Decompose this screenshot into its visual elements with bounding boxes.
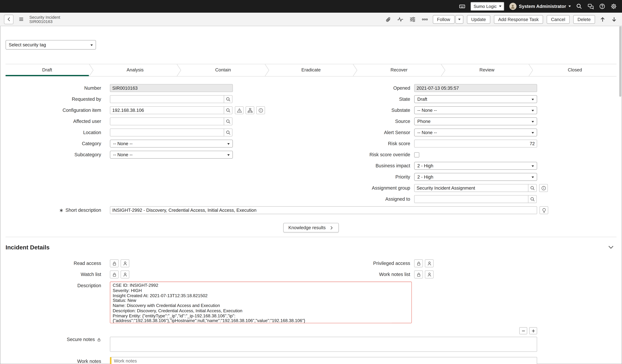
configuration-item-dependency-map-button[interactable] bbox=[246, 106, 254, 114]
assignment-group-preview-button[interactable] bbox=[539, 184, 548, 192]
section-collapse-button[interactable] bbox=[608, 244, 614, 250]
more-options-button[interactable] bbox=[420, 15, 429, 23]
stage-closed[interactable]: Closed bbox=[533, 64, 617, 76]
personalize-form-button[interactable] bbox=[408, 15, 417, 23]
next-record-button[interactable] bbox=[610, 15, 618, 23]
category-label: Category bbox=[5, 141, 101, 146]
business-impact-label: Business impact bbox=[311, 163, 410, 169]
stage-separator-icon bbox=[265, 64, 269, 76]
privileged-access-edit-button[interactable] bbox=[425, 259, 434, 267]
cancel-button[interactable]: Cancel bbox=[547, 15, 570, 23]
read-access-edit-button[interactable] bbox=[121, 259, 129, 267]
number-input[interactable] bbox=[110, 84, 233, 92]
description-textarea[interactable]: CSE ID: INSIGHT-2992 Severity: HIGH Insi… bbox=[110, 282, 412, 323]
location-lookup-button[interactable] bbox=[224, 128, 233, 136]
update-button[interactable]: Update bbox=[467, 15, 490, 23]
section-title: Incident Details bbox=[5, 244, 50, 250]
help-button[interactable] bbox=[599, 3, 605, 10]
substate-select[interactable]: -- None -- bbox=[414, 106, 537, 114]
assignment-group-lookup-button[interactable] bbox=[528, 184, 537, 192]
affected-user-lookup-button[interactable] bbox=[224, 117, 233, 125]
stage-draft[interactable]: Draft bbox=[5, 64, 89, 76]
user-icon bbox=[427, 272, 432, 277]
stage-eradicate[interactable]: Eradicate bbox=[269, 64, 353, 76]
settings-button[interactable] bbox=[610, 3, 617, 10]
watch-list-edit-button[interactable] bbox=[121, 270, 129, 278]
add-response-task-button[interactable]: Add Response Task bbox=[494, 15, 543, 23]
suggestion-button[interactable] bbox=[540, 206, 548, 214]
risk-score-override-checkbox[interactable] bbox=[414, 152, 419, 157]
privileged-access-lock-button[interactable] bbox=[414, 259, 423, 267]
field-row-work-notes-list: Work notes list bbox=[311, 270, 617, 278]
opened-input[interactable] bbox=[414, 84, 537, 92]
read-access-lock-button[interactable] bbox=[110, 259, 119, 267]
follow-options-button[interactable] bbox=[455, 15, 463, 23]
work-notes-list-edit-button[interactable] bbox=[425, 270, 434, 278]
state-select[interactable]: Draft bbox=[414, 95, 537, 103]
keyboard-shortcuts-button[interactable] bbox=[459, 3, 465, 10]
short-description-input[interactable] bbox=[110, 206, 537, 214]
category-select[interactable]: -- None -- bbox=[110, 140, 233, 148]
alert-sensor-select[interactable]: -- None -- bbox=[414, 128, 537, 136]
field-row-short-description: Short description bbox=[5, 206, 617, 214]
user-icon bbox=[122, 272, 128, 277]
stage-analysis[interactable]: Analysis bbox=[94, 64, 177, 76]
priority-select[interactable]: 2 - High bbox=[414, 173, 537, 181]
field-row-number: Number bbox=[5, 84, 311, 92]
attachments-button[interactable] bbox=[384, 15, 392, 23]
business-impact-select[interactable]: 2 - High bbox=[414, 162, 537, 170]
work-notes-list-lock-button[interactable] bbox=[414, 270, 423, 278]
affected-user-label: Affected user bbox=[5, 119, 101, 124]
affected-user-input[interactable] bbox=[110, 117, 224, 125]
requested-by-lookup-button[interactable] bbox=[224, 95, 233, 103]
field-row-risk-score: Risk score bbox=[311, 140, 617, 148]
state-label: State bbox=[311, 96, 410, 102]
configuration-item-lookup-button[interactable] bbox=[224, 106, 233, 114]
substate-value: -- None -- bbox=[417, 108, 437, 113]
application-picker[interactable]: Sumo Logic bbox=[470, 2, 504, 11]
delete-button[interactable]: Delete bbox=[573, 15, 595, 23]
assigned-to-lookup-button[interactable] bbox=[528, 195, 537, 203]
watch-list-lock-button[interactable] bbox=[110, 270, 119, 278]
configuration-item-preview-button[interactable] bbox=[256, 106, 265, 114]
field-row-privileged-access: Privileged access bbox=[311, 259, 617, 267]
security-tag-select[interactable]: Select security tag bbox=[5, 40, 96, 50]
stage-recover[interactable]: Recover bbox=[357, 64, 441, 76]
risk-score-input[interactable] bbox=[414, 140, 537, 148]
keyboard-icon bbox=[459, 3, 465, 10]
configuration-item-input[interactable] bbox=[110, 106, 224, 114]
subcategory-select[interactable]: -- None -- bbox=[110, 151, 233, 159]
warning-triangle-icon bbox=[237, 108, 242, 113]
number-label: Number bbox=[5, 85, 101, 91]
global-search-button[interactable] bbox=[576, 3, 583, 10]
source-select[interactable]: Phone bbox=[414, 117, 537, 125]
user-menu[interactable]: System Administrator bbox=[509, 3, 571, 10]
assigned-to-input[interactable] bbox=[414, 195, 528, 203]
field-row-subcategory: Subcategory -- None -- bbox=[5, 151, 311, 159]
info-icon bbox=[541, 186, 546, 191]
chat-icon bbox=[587, 3, 594, 10]
knowledge-results-button[interactable]: Knowledge results bbox=[283, 223, 339, 232]
location-input[interactable] bbox=[110, 128, 224, 136]
assignment-group-input[interactable] bbox=[414, 184, 528, 192]
grow-textarea-button[interactable] bbox=[529, 327, 537, 334]
configuration-item-warning-button[interactable] bbox=[235, 106, 244, 114]
follow-button[interactable]: Follow bbox=[433, 15, 454, 23]
previous-record-button[interactable] bbox=[599, 15, 606, 23]
activity-stream-button[interactable] bbox=[396, 15, 405, 23]
shrink-textarea-button[interactable] bbox=[519, 327, 527, 334]
stage-review[interactable]: Review bbox=[445, 64, 528, 76]
back-button[interactable] bbox=[4, 15, 14, 24]
form-context-menu-button[interactable] bbox=[17, 15, 25, 23]
search-icon bbox=[226, 130, 231, 135]
field-row-risk-score-override: Risk score override bbox=[311, 151, 617, 159]
source-label: Source bbox=[311, 119, 410, 124]
connect-chat-button[interactable] bbox=[587, 3, 594, 10]
work-notes-textarea[interactable] bbox=[110, 357, 537, 364]
secure-notes-textarea[interactable] bbox=[110, 337, 537, 352]
requested-by-input[interactable] bbox=[110, 95, 224, 103]
record-type: Security Incident bbox=[29, 15, 60, 19]
vertical-scrollbar-thumb[interactable] bbox=[619, 26, 621, 97]
field-row-requested-by: Requested by bbox=[5, 95, 311, 103]
stage-contain[interactable]: Contain bbox=[181, 64, 265, 76]
